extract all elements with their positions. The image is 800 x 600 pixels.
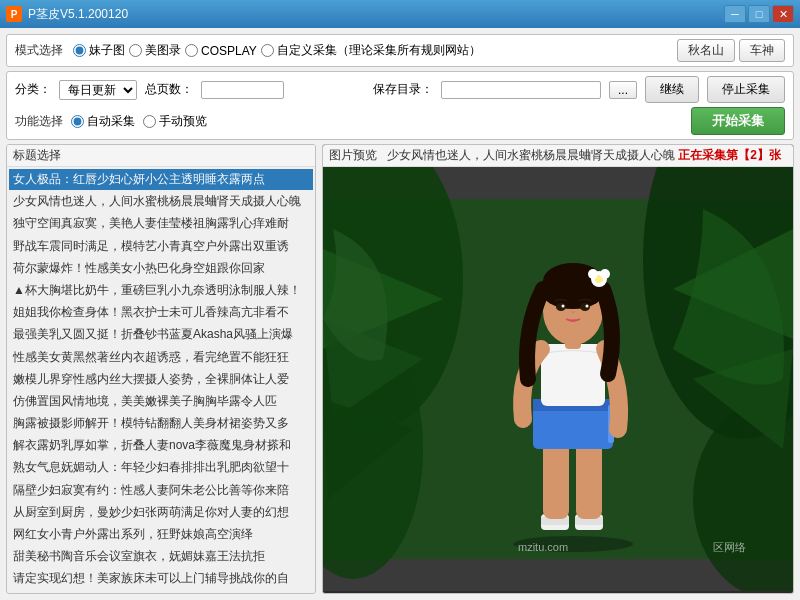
- mode-beauty-option[interactable]: 美图录: [129, 42, 181, 59]
- svg-text:区网络: 区网络: [713, 541, 746, 553]
- main-container: 模式选择 妹子图 美图录 COSPLAY 自定义采集（理论采集所有规则网站）: [0, 28, 800, 600]
- mode-custom-option[interactable]: 自定义采集（理论采集所有规则网站）: [261, 42, 481, 59]
- stop-collect-button[interactable]: 停止采集: [707, 76, 785, 103]
- tag-list-item[interactable]: 野战车震同时满足，模特艺小青真空户外露出双重诱: [9, 236, 313, 257]
- tag-list-item[interactable]: 隔壁少妇寂寞有约：性感人妻阿朱老公比善等你来陪: [9, 480, 313, 501]
- window-controls: ─ □ ✕: [724, 5, 794, 23]
- mode-girl-option[interactable]: 妹子图: [73, 42, 125, 59]
- preview-image: mzitu.com 区网络: [323, 167, 793, 591]
- tag-list-item[interactable]: 网红女小青户外露出系列，狂野妹娘高空演绎: [9, 524, 313, 545]
- minimize-button[interactable]: ─: [724, 5, 746, 23]
- tag-list-item[interactable]: 姐姐我你检查身体！黑衣护士未可儿香辣高亢非看不: [9, 302, 313, 323]
- mode-girl-radio[interactable]: [73, 44, 86, 57]
- mode-cosplay-option[interactable]: COSPLAY: [185, 44, 257, 58]
- tag-list-item[interactable]: 独守空闺真寂寞，美艳人妻佳莹楼祖胸露乳心痒难耐: [9, 213, 313, 234]
- svg-point-32: [586, 305, 589, 308]
- save-label: 保存目录：: [373, 81, 433, 98]
- preview-status-bar: 图片预览 少女风情也迷人，人间水蜜桃杨晨晨蛐肾天成摄人心魄 正在采集第【2】张: [323, 145, 793, 167]
- tag-list-item[interactable]: 甜美秘书陶音乐会议室旗衣，妩媚妹嘉王法抗拒: [9, 546, 313, 567]
- close-button[interactable]: ✕: [772, 5, 794, 23]
- mode-section-label: 模式选择: [15, 42, 63, 59]
- tag-list-item[interactable]: 仿佛置国风情地境，美美嫩裸美子胸胸毕露令人匹: [9, 391, 313, 412]
- classify-label: 分类：: [15, 81, 51, 98]
- mode-cosplay-radio[interactable]: [185, 44, 198, 57]
- svg-point-31: [562, 305, 565, 308]
- tag-section-label: 标题选择: [13, 148, 61, 162]
- svg-point-30: [580, 303, 590, 311]
- tag-section-header: 标题选择: [7, 145, 315, 167]
- tag-list[interactable]: 女人极品：红唇少妇心妍小公主透明睡衣露两点少女风情也迷人，人间水蜜桃杨晨晨蛐肾天…: [7, 167, 315, 593]
- preview-image-container: mzitu.com 区网络: [323, 167, 793, 591]
- tag-list-item[interactable]: ▲杯大胸堪比奶牛，重磅巨乳小九奈透明泳制服人辣！: [9, 280, 313, 301]
- tag-list-item[interactable]: 最强美乳又圆又挺！折叠钞书蓝夏Akasha风骚上演爆: [9, 324, 313, 345]
- mode-cosplay-label: COSPLAY: [201, 44, 257, 58]
- total-label: 总页数：: [145, 81, 193, 98]
- manual-preview-option[interactable]: 手动预览: [143, 113, 207, 130]
- classify-select[interactable]: 每日更新: [59, 80, 137, 100]
- preview-status-label: 图片预览: [329, 148, 384, 162]
- mode-section: 模式选择 妹子图 美图录 COSPLAY 自定义采集（理论采集所有规则网站）: [6, 34, 794, 67]
- tag-list-item[interactable]: 性感美女黄黑然著丝内衣超诱惑，看完绝置不能狂狂: [9, 347, 313, 368]
- classify-section: 分类： 每日更新 总页数： 保存目录： ... 继续 停止采集 功能选择 自动采…: [6, 71, 794, 140]
- svg-point-28: [600, 269, 610, 279]
- tag-list-item[interactable]: 乳沟美女陆萱萱嘛场面角色扮演，真实场景诱人深: [9, 591, 313, 593]
- tag-list-item[interactable]: 胸露被摄影师解开！模特钻翻翻人美身材裙姿势又多: [9, 413, 313, 434]
- auto-collect-option[interactable]: 自动采集: [71, 113, 135, 130]
- tag-list-item[interactable]: 从厨室到厨房，曼妙少妇张两萌满足你对人妻的幻想: [9, 502, 313, 523]
- mode-custom-radio[interactable]: [261, 44, 274, 57]
- tag-list-item[interactable]: 熟女气息妩媚动人：年轻少妇春排排出乳肥肉欲望十: [9, 457, 313, 478]
- app-icon: P: [6, 6, 22, 22]
- svg-rect-16: [576, 439, 602, 519]
- svg-rect-20: [541, 344, 605, 406]
- svg-rect-15: [543, 439, 569, 519]
- tag-list-item[interactable]: 请定实现幻想！美家族床未可以上门辅导挑战你的自: [9, 568, 313, 589]
- mode-beauty-radio[interactable]: [129, 44, 142, 57]
- func-section-label: 功能选择: [15, 113, 63, 130]
- manual-preview-radio[interactable]: [143, 115, 156, 128]
- tag-list-item[interactable]: 荷尔蒙爆炸！性感美女小热巴化身空姐跟你回家: [9, 258, 313, 279]
- content-area: 标题选择 女人极品：红唇少妇心妍小公主透明睡衣露两点少女风情也迷人，人间水蜜桃杨…: [6, 144, 794, 594]
- preview-section: 图片预览 少女风情也迷人，人间水蜜桃杨晨晨蛐肾天成摄人心魄 正在采集第【2】张: [322, 144, 794, 594]
- left-panel: 标题选择 女人极品：红唇少妇心妍小公主透明睡衣露两点少女风情也迷人，人间水蜜桃杨…: [6, 144, 316, 594]
- cheshen-button[interactable]: 车神: [739, 39, 785, 62]
- tag-section: 标题选择 女人极品：红唇少妇心妍小公主透明睡衣露两点少女风情也迷人，人间水蜜桃杨…: [6, 144, 316, 594]
- app-title: P茎皮V5.1.200120: [28, 6, 128, 23]
- mode-custom-label: 自定义采集（理论采集所有规则网站）: [277, 42, 481, 59]
- manual-preview-label: 手动预览: [159, 113, 207, 130]
- continue-button[interactable]: 继续: [645, 76, 699, 103]
- title-bar: P P茎皮V5.1.200120 ─ □ ✕: [0, 0, 800, 28]
- svg-point-27: [588, 269, 598, 279]
- total-pages-input[interactable]: [201, 81, 284, 99]
- auto-collect-radio[interactable]: [71, 115, 84, 128]
- right-panel: 图片预览 少女风情也迷人，人间水蜜桃杨晨晨蛐肾天成摄人心魄 正在采集第【2】张: [322, 144, 794, 594]
- func-row: 功能选择 自动采集 手动预览 开始采集: [15, 107, 785, 135]
- top-button-group: 秋名山 车神: [677, 39, 785, 62]
- svg-text:mzitu.com: mzitu.com: [518, 541, 568, 553]
- tag-list-item[interactable]: 少女风情也迷人，人间水蜜桃杨晨晨蛐肾天成摄人心魄: [9, 191, 313, 212]
- svg-point-29: [556, 303, 566, 311]
- auto-collect-label: 自动采集: [87, 113, 135, 130]
- title-text: P P茎皮V5.1.200120: [6, 6, 128, 23]
- mode-beauty-label: 美图录: [145, 42, 181, 59]
- qiumingshan-button[interactable]: 秋名山: [677, 39, 735, 62]
- save-path-input[interactable]: [441, 81, 601, 99]
- tag-list-item[interactable]: 嫩模儿界穿性感内丝大摆摄人姿势，全裸胴体让人爱: [9, 369, 313, 390]
- start-collect-button[interactable]: 开始采集: [691, 107, 785, 135]
- mode-girl-label: 妹子图: [89, 42, 125, 59]
- tag-list-item[interactable]: 解衣露奶乳厚如掌，折叠人妻nova李薇魔鬼身材搽和: [9, 435, 313, 456]
- mode-row: 模式选择 妹子图 美图录 COSPLAY 自定义采集（理论采集所有规则网站）: [15, 39, 785, 62]
- maximize-button[interactable]: □: [748, 5, 770, 23]
- classify-row: 分类： 每日更新 总页数： 保存目录： ... 继续 停止采集: [15, 76, 785, 103]
- tag-list-item[interactable]: 女人极品：红唇少妇心妍小公主透明睡衣露两点: [9, 169, 313, 190]
- preview-status-text: 少女风情也迷人，人间水蜜桃杨晨晨蛐肾天成摄人心魄 正在采集第【2】张: [387, 148, 781, 162]
- browse-button[interactable]: ...: [609, 81, 637, 99]
